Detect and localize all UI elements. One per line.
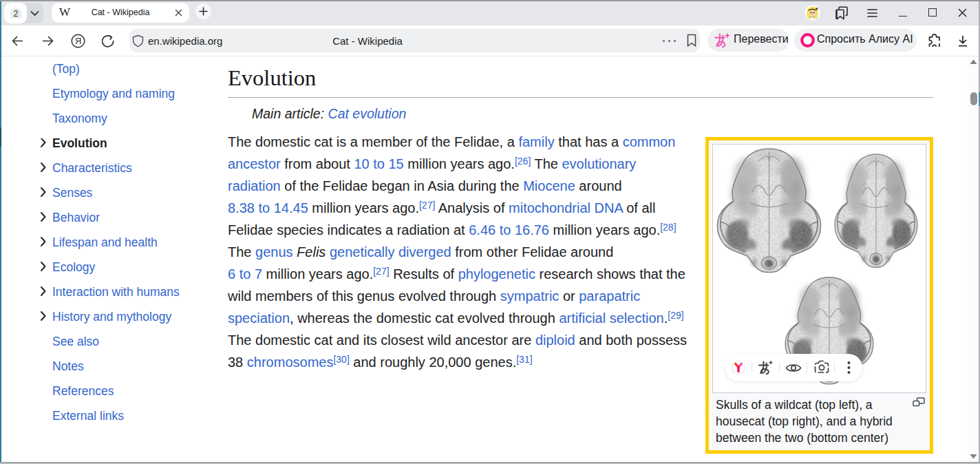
svg-text:2: 2	[14, 9, 19, 19]
svg-text:Я: Я	[75, 36, 81, 46]
